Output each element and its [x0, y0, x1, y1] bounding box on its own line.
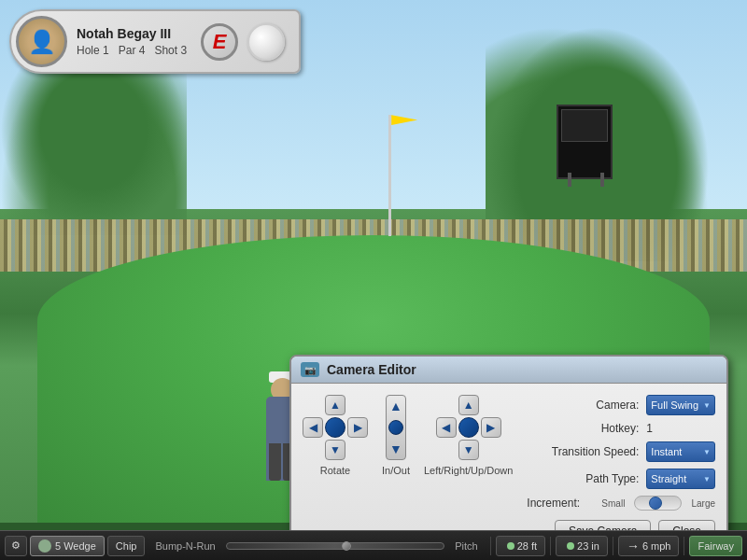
- club-icon: [38, 539, 51, 553]
- lrud-label: Left/Right/Up/Down: [424, 465, 513, 476]
- increment-row: Increment: Small Large: [527, 496, 715, 511]
- increment-field-label: Increment:: [527, 497, 601, 510]
- lrud-center: [458, 417, 479, 438]
- score-badge: E: [201, 23, 238, 61]
- rotate-right-button[interactable]: ▶: [347, 417, 368, 438]
- slider-thumb[interactable]: [649, 497, 662, 510]
- controls-section: ▲ ▼ ◀ ▶ Rotate ▲ ▼ In/Out: [303, 395, 513, 542]
- inout-up-button[interactable]: ▲: [389, 399, 402, 413]
- lrud-dpad: ▲ ▼ ◀ ▶: [436, 395, 501, 460]
- divider-3: [613, 537, 613, 555]
- divider-1: [490, 537, 491, 555]
- location-value: Fairway: [698, 540, 734, 552]
- path-row: Path Type: Straight ▼: [527, 469, 715, 489]
- camera-icon: 📷: [301, 362, 319, 377]
- bump-label: Bump-N-Run: [148, 536, 222, 556]
- inout-down-button[interactable]: ▼: [389, 441, 402, 456]
- large-label: Large: [691, 498, 715, 509]
- settings-icon: ⚙: [11, 539, 21, 552]
- status-bar: ⚙ 5 Wedge Chip Bump-N-Run Pitch 28 ft 23…: [0, 530, 747, 560]
- rotate-down-button[interactable]: ▼: [325, 440, 345, 460]
- hotkey-row: Hotkey: 1: [527, 422, 715, 435]
- player-stats: Hole 1 Par 4 Shot 3: [77, 44, 187, 57]
- golf-ball-icon: [247, 23, 285, 61]
- rotate-center: [325, 417, 345, 438]
- lrud-down-button[interactable]: ▼: [458, 440, 479, 460]
- shot-type-slider[interactable]: [226, 542, 445, 550]
- path-dropdown[interactable]: Straight ▼: [646, 469, 715, 489]
- shot-label: Shot 3: [154, 44, 187, 57]
- divider-4: [684, 537, 684, 555]
- hotkey-field-label: Hotkey:: [527, 422, 639, 435]
- club-item[interactable]: 5 Wedge: [30, 536, 105, 556]
- scoreboard-tower: [557, 105, 613, 179]
- rotate-up-button[interactable]: ▲: [325, 395, 345, 415]
- wind-item: → 6 mph: [618, 536, 680, 556]
- transition-dropdown-arrow: ▼: [703, 448, 711, 456]
- chip-label: Chip: [116, 540, 137, 552]
- transition-row: Transition Speed: Instant ▼: [527, 441, 715, 462]
- rotate-dpad: ▲ ▼ ◀ ▶: [303, 395, 368, 460]
- inout-label: In/Out: [382, 465, 410, 476]
- distance2-dot: [567, 542, 574, 550]
- distance2-item: 23 in: [556, 536, 608, 556]
- rotate-control: ▲ ▼ ◀ ▶ Rotate: [303, 395, 368, 476]
- path-field-label: Path Type:: [527, 472, 639, 485]
- lrud-left-button[interactable]: ◀: [436, 417, 457, 438]
- flag-pole: [388, 115, 391, 236]
- dialog-title: Camera Editor: [327, 362, 416, 377]
- increment-slider[interactable]: [634, 496, 682, 511]
- transition-dropdown-value: Instant: [651, 446, 682, 457]
- transition-dropdown[interactable]: Instant ▼: [646, 441, 715, 462]
- lrud-right-button[interactable]: ▶: [481, 417, 501, 438]
- shot-slider-thumb[interactable]: [342, 541, 351, 551]
- golfer-legs: [269, 443, 281, 481]
- hole-label: Hole 1: [77, 44, 109, 57]
- camera-row: Camera: Full Swing ▼: [527, 395, 715, 415]
- tower-legs: [568, 173, 571, 187]
- camera-field-label: Camera:: [527, 399, 639, 412]
- settings-item[interactable]: ⚙: [5, 536, 27, 556]
- inout-thumb[interactable]: [388, 420, 403, 435]
- distance1-value: 28 ft: [517, 540, 537, 552]
- shot-chip-item[interactable]: Chip: [107, 536, 146, 556]
- hotkey-value: 1: [646, 422, 653, 435]
- camera-dropdown-arrow: ▼: [703, 401, 711, 410]
- pitch-label: Pitch: [447, 536, 485, 556]
- lrud-control: ▲ ▼ ◀ ▶ Left/Right/Up/Down: [424, 395, 513, 476]
- player-hud: 👤 Notah Begay III Hole 1 Par 4 Shot 3 E: [9, 9, 301, 74]
- location-item: Fairway: [689, 536, 742, 556]
- wind-icon: →: [627, 539, 640, 553]
- player-info: Notah Begay III Hole 1 Par 4 Shot 3: [77, 26, 187, 57]
- inout-track: ▲ ▼: [386, 395, 406, 460]
- player-name: Notah Begay III: [77, 26, 187, 41]
- camera-dropdown[interactable]: Full Swing ▼: [646, 395, 715, 415]
- dialog-body: ▲ ▼ ◀ ▶ Rotate ▲ ▼ In/Out: [291, 384, 726, 553]
- distance2-value: 23 in: [577, 540, 599, 552]
- distance1-dot: [507, 542, 514, 550]
- path-dropdown-value: Straight: [651, 473, 686, 484]
- rotate-left-button[interactable]: ◀: [303, 417, 323, 438]
- rotate-label: Rotate: [320, 465, 350, 476]
- divider-2: [550, 537, 551, 555]
- camera-editor-dialog: 📷 Camera Editor ▲ ▼ ◀ ▶ Rotate ▲: [289, 355, 728, 555]
- inout-control: ▲ ▼ In/Out: [382, 395, 410, 476]
- avatar: 👤: [16, 16, 67, 67]
- shot-type-bar: Bump-N-Run Pitch: [148, 536, 485, 556]
- club-name: 5 Wedge: [55, 540, 96, 552]
- path-dropdown-arrow: ▼: [703, 475, 711, 483]
- scoreboard-screen: [561, 109, 608, 142]
- dialog-titlebar: 📷 Camera Editor: [291, 357, 726, 384]
- lrud-up-button[interactable]: ▲: [458, 395, 479, 415]
- transition-field-label: Transition Speed:: [527, 445, 639, 458]
- wind-value: 6 mph: [642, 540, 671, 552]
- camera-dropdown-value: Full Swing: [651, 399, 698, 411]
- distance1-item: 28 ft: [496, 536, 545, 556]
- settings-section: Camera: Full Swing ▼ Hotkey: 1 Transitio…: [522, 395, 715, 542]
- small-label: Small: [601, 498, 625, 509]
- par-label: Par 4: [119, 44, 146, 57]
